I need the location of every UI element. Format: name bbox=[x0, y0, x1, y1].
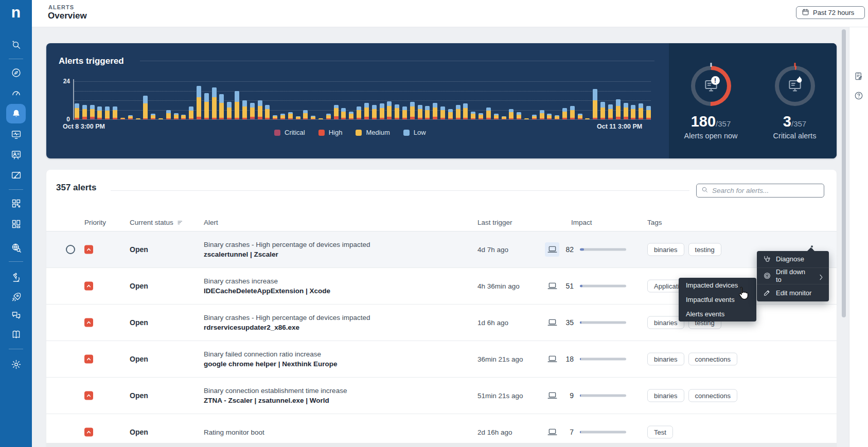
menu-item-edit-monitor[interactable]: Edit monitor bbox=[757, 284, 829, 301]
sidebar-item-person-board[interactable] bbox=[6, 145, 26, 165]
submenu-item-label: Alerts events bbox=[686, 310, 724, 318]
sidebar-item-bell[interactable] bbox=[6, 104, 26, 123]
table-horizontal-scrollbar[interactable] bbox=[46, 443, 837, 447]
sidebar-item-rocket[interactable] bbox=[6, 287, 26, 307]
sidebar-item-layout-blocks[interactable] bbox=[6, 214, 26, 234]
alert-title: Binary crashes - High percentage of devi… bbox=[204, 314, 370, 321]
table-row[interactable]: OpenBinary failed connection ratio incre… bbox=[46, 341, 837, 378]
sidebar-item-chat-bubbles[interactable] bbox=[6, 306, 26, 325]
chart-bar bbox=[486, 108, 491, 119]
status-text: Open bbox=[130, 428, 148, 436]
alert-subtitle: google chrome helper | Nexthink Europe bbox=[204, 360, 338, 368]
priority-badge-high bbox=[84, 391, 93, 400]
status-text: Open bbox=[130, 282, 148, 290]
row-radio[interactable] bbox=[66, 245, 75, 254]
sidebar-item-compass[interactable] bbox=[6, 63, 26, 82]
chart-bar bbox=[181, 115, 186, 119]
chart-bar bbox=[646, 106, 651, 119]
time-range-button[interactable]: Past 72 hours bbox=[796, 6, 865, 19]
chart-bar bbox=[166, 110, 171, 119]
chart-bar bbox=[463, 103, 468, 119]
context-menu-caret bbox=[807, 247, 814, 251]
sort-icon[interactable] bbox=[176, 219, 184, 226]
column-header-last-trigger[interactable]: Last trigger bbox=[477, 219, 512, 226]
chart-bar bbox=[128, 115, 133, 119]
vertical-scrollbar[interactable] bbox=[842, 29, 846, 317]
legend-item: Medium bbox=[356, 129, 389, 136]
table-row[interactable]: OpenRating monitor boot2d 16h ago7Test bbox=[46, 414, 837, 447]
pencil-icon bbox=[763, 289, 771, 297]
sidebar-item-globe-search[interactable] bbox=[6, 238, 26, 257]
column-header-current-status[interactable]: Current status bbox=[130, 219, 184, 226]
priority-badge-high bbox=[84, 245, 93, 254]
tag-pill: connections bbox=[688, 353, 737, 366]
progress-ring: ! bbox=[691, 66, 731, 106]
submenu-item-alerts-events[interactable]: Alerts events bbox=[679, 307, 756, 321]
gauge-alerts-open-now: ! 180/357 Alerts open now bbox=[669, 43, 753, 158]
impact-bar bbox=[580, 358, 626, 361]
impact-bar bbox=[580, 285, 626, 288]
help-circle-icon[interactable] bbox=[854, 91, 864, 103]
chart-bar bbox=[90, 105, 95, 119]
submenu-item-impacted-devices[interactable]: Impacted devices bbox=[679, 278, 756, 292]
column-header-priority[interactable]: Priority bbox=[84, 219, 106, 226]
column-label: Tags bbox=[647, 219, 662, 226]
right-utility-rail bbox=[849, 27, 868, 447]
menu-item-diagnose[interactable]: Diagnose bbox=[757, 251, 829, 268]
submenu-item-impactful-events[interactable]: Impactful events bbox=[679, 292, 756, 307]
stethoscope-icon bbox=[763, 255, 771, 263]
chart-bar bbox=[75, 103, 79, 119]
book-icon bbox=[11, 329, 22, 340]
table-row[interactable]: OpenBinary connection establishment time… bbox=[46, 378, 837, 414]
card-edit-icon bbox=[11, 170, 22, 181]
chart-bar bbox=[616, 99, 621, 119]
menu-item-drill-down-to[interactable]: Drill down to bbox=[757, 268, 829, 285]
search-input[interactable] bbox=[712, 187, 820, 194]
page-title: Overview bbox=[48, 11, 87, 21]
alert-name: Binary crashes - High percentage of devi… bbox=[204, 314, 370, 331]
chart-bar bbox=[288, 112, 293, 119]
sidebar-item-gear[interactable] bbox=[6, 354, 26, 374]
chart-bar bbox=[235, 91, 239, 119]
chart-bar bbox=[296, 116, 300, 119]
sidebar-item-grid[interactable] bbox=[6, 193, 26, 213]
alert-name: Rating monitor boot bbox=[204, 428, 264, 436]
last-trigger: 4h 36min ago bbox=[477, 282, 520, 290]
legend-item: Low bbox=[403, 129, 426, 136]
sidebar-item-search-sparkle[interactable] bbox=[6, 34, 26, 54]
impact-bar bbox=[580, 321, 626, 324]
impact-bar bbox=[580, 248, 626, 251]
chart-bar bbox=[105, 106, 110, 119]
legend-label: Medium bbox=[366, 129, 389, 136]
menu-item-label: Diagnose bbox=[776, 255, 823, 263]
clipboard-edit-icon[interactable] bbox=[854, 71, 864, 83]
alert-name: Binary failed connection ratio increaseg… bbox=[204, 350, 338, 368]
last-trigger: 4d 7h ago bbox=[477, 246, 508, 254]
chart-bar bbox=[311, 116, 315, 119]
chart-bar bbox=[440, 106, 445, 119]
column-header-tags[interactable]: Tags bbox=[647, 219, 662, 226]
table-row[interactable]: OpenBinary crashes - High percentage of … bbox=[46, 231, 837, 268]
tag-pill: connections bbox=[688, 389, 737, 402]
sidebar-item-monitor-pulse[interactable] bbox=[6, 124, 26, 144]
sidebar-divider bbox=[9, 349, 23, 349]
grid-icon bbox=[11, 198, 22, 209]
column-header-impact[interactable]: Impact bbox=[571, 219, 592, 226]
sidebar-item-microscope[interactable] bbox=[6, 267, 26, 287]
column-header-alert[interactable]: Alert bbox=[204, 219, 218, 226]
top-header: ALERTS Overview Past 72 hours bbox=[32, 0, 868, 27]
sidebar-item-gauge[interactable] bbox=[6, 83, 26, 103]
search-box bbox=[696, 184, 824, 198]
chart-bar bbox=[97, 106, 102, 119]
chart-bar bbox=[113, 106, 117, 119]
sidebar-item-book[interactable] bbox=[6, 325, 26, 344]
chevron-right-icon bbox=[817, 273, 823, 279]
legend-item: High bbox=[318, 129, 343, 136]
legend-item: Critical bbox=[274, 129, 305, 136]
legend-label: Low bbox=[414, 129, 426, 136]
sidebar-item-card-edit[interactable] bbox=[6, 166, 26, 185]
monitor-pulse-icon bbox=[11, 129, 22, 140]
gauge-label: Alerts open now bbox=[684, 132, 738, 140]
chart-bar bbox=[479, 113, 483, 119]
chart-bar bbox=[372, 105, 377, 119]
